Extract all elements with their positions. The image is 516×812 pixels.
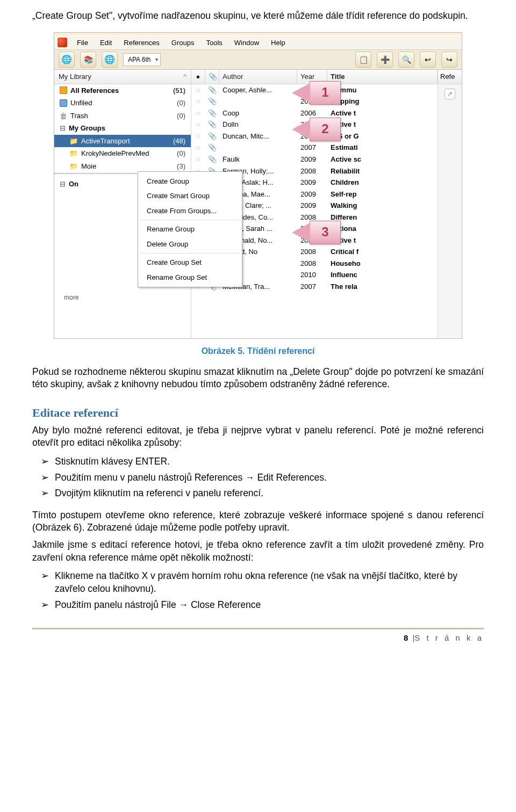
edit-close-list: Klikneme na tlačítko X v pravém horním r… bbox=[32, 568, 484, 613]
callout-2: 2 bbox=[310, 118, 341, 141]
callout-3: 3 bbox=[310, 221, 341, 244]
heading-editace: Editace referencí bbox=[32, 405, 484, 421]
style-dropdown[interactable]: APA 6th bbox=[123, 53, 161, 66]
online-icon[interactable]: 🌐 bbox=[102, 52, 118, 68]
footer-rule bbox=[32, 628, 484, 629]
arrow-left-icon[interactable]: ↩ bbox=[420, 52, 436, 68]
read-col-icon[interactable]: ● bbox=[191, 70, 205, 84]
para-editace-intro: Aby bylo možné referenci editovat, je tř… bbox=[32, 424, 484, 450]
copy-icon[interactable]: 📋 bbox=[355, 52, 371, 68]
ctx-create-group[interactable]: Create Group bbox=[138, 174, 242, 189]
menu-edit[interactable]: Edit bbox=[95, 37, 117, 49]
author-col[interactable]: Author bbox=[219, 70, 297, 84]
all-references[interactable]: All References (51) bbox=[54, 84, 191, 97]
app-icon bbox=[58, 38, 67, 47]
title-col[interactable]: Title bbox=[327, 70, 438, 84]
menu-help[interactable]: Help bbox=[266, 37, 291, 49]
para-delete-group: Pokud se rozhodneme některou skupinu sma… bbox=[32, 366, 484, 391]
more-label: more bbox=[64, 293, 78, 302]
globe-icon[interactable]: 🌐 bbox=[59, 52, 75, 68]
page-footer: 8 | S t r á n k a bbox=[32, 633, 484, 643]
context-menu: Create Group Create Smart Group Create F… bbox=[138, 171, 242, 288]
new-ref-icon[interactable]: ➕ bbox=[377, 52, 393, 68]
group-active-transport[interactable]: 📁 ActiveTransport (48) bbox=[54, 135, 191, 148]
list-item: Stisknutím klávesy ENTER. bbox=[55, 454, 484, 470]
ctx-delete-group[interactable]: Delete Group bbox=[138, 237, 242, 252]
trash-icon: 🗑 bbox=[60, 112, 67, 120]
menu-file[interactable]: File bbox=[71, 37, 94, 49]
callout-1: 1 bbox=[310, 81, 341, 105]
para-close-window: Jakmile jsme s editací reference hotovi,… bbox=[32, 539, 484, 564]
menu-tools[interactable]: Tools bbox=[200, 37, 227, 49]
my-library-header: My Library^ bbox=[54, 70, 191, 84]
ctx-create-from-groups[interactable]: Create From Groups... bbox=[138, 204, 242, 219]
attach-col-icon[interactable]: 📎 bbox=[205, 70, 219, 84]
books-icon[interactable]: 📚 bbox=[80, 52, 96, 68]
endnote-screenshot: File Edit References Groups Tools Window… bbox=[54, 32, 462, 339]
reference-tab[interactable]: Refe bbox=[438, 70, 462, 84]
group-kroky[interactable]: 📁 KrokyNedelePrevMed (0) bbox=[54, 147, 191, 160]
figure-caption: Obrázek 5. Třídění referencí bbox=[32, 345, 484, 357]
menubar: File Edit References Groups Tools Window… bbox=[54, 35, 462, 50]
preview-panel: Refe ↗ bbox=[438, 70, 462, 338]
ctx-rename-group-set[interactable]: Rename Group Set bbox=[138, 270, 242, 285]
ctx-create-group-set[interactable]: Create Group Set bbox=[138, 255, 242, 270]
list-item: Dvojitým kliknutím na referenci v panelu… bbox=[55, 485, 484, 502]
unfiled[interactable]: Unfiled (0) bbox=[54, 97, 191, 110]
ctx-create-smart-group[interactable]: Create Smart Group bbox=[138, 189, 242, 204]
ctx-rename-group[interactable]: Rename Group bbox=[138, 222, 242, 237]
list-item: Použitím panelu nástrojů File → Close Re… bbox=[55, 597, 484, 613]
toolbar: 🌐 📚 🌐 APA 6th 📋 ➕ 🔍 ↩ ↪ bbox=[54, 50, 462, 70]
edit-open-list: Stisknutím klávesy ENTER. Použitím menu … bbox=[32, 454, 484, 502]
menu-window[interactable]: Window bbox=[229, 37, 264, 49]
list-item: Klikneme na tlačítko X v pravém horním r… bbox=[55, 568, 484, 597]
menu-references[interactable]: References bbox=[118, 37, 164, 49]
folder-icon bbox=[60, 86, 67, 94]
list-item: Použitím menu v panelu nástrojů Referenc… bbox=[55, 470, 484, 486]
trash[interactable]: 🗑Trash (0) bbox=[54, 110, 191, 122]
menu-groups[interactable]: Groups bbox=[166, 37, 200, 49]
intro-text: „Create Group Set", vytvoříme nadřazenou… bbox=[32, 10, 484, 23]
search-icon[interactable]: 🔍 bbox=[398, 52, 414, 68]
expand-icon[interactable]: ↗ bbox=[445, 89, 455, 99]
para-open-window: Tímto postupem otevřeme okno reference, … bbox=[32, 509, 484, 534]
folder-icon bbox=[60, 99, 67, 107]
my-groups-header[interactable]: ⊟My Groups bbox=[54, 122, 191, 135]
table-row[interactable]: ○📎Faulk2009Active sc bbox=[191, 154, 438, 165]
arrow-right-icon[interactable]: ↪ bbox=[441, 52, 457, 68]
table-row[interactable]: ○📎2007Estimati bbox=[191, 142, 438, 154]
